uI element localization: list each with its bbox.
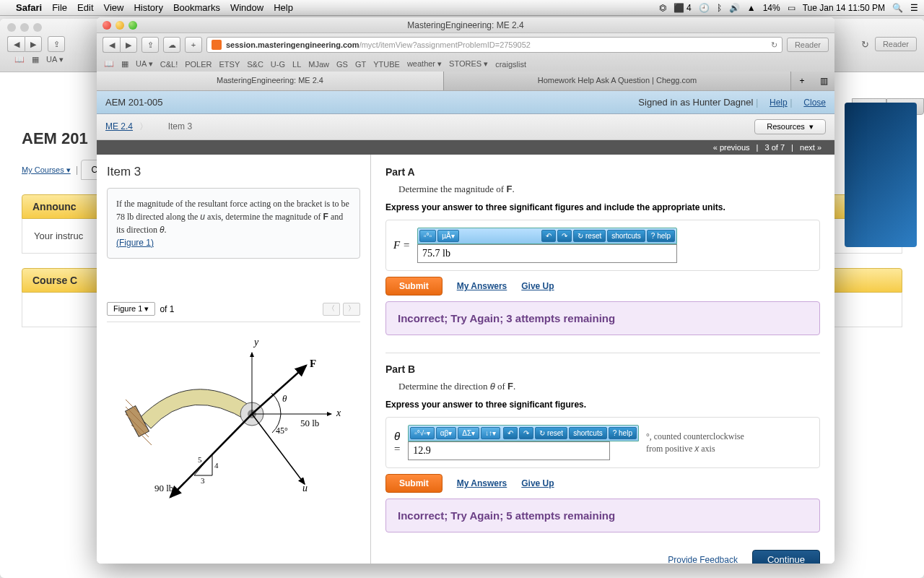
svg-line-9 — [252, 366, 306, 414]
bm-7[interactable]: MJaw — [308, 60, 329, 69]
fig-next-button[interactable]: 〉 — [343, 303, 360, 316]
partb-tb-4[interactable]: ↓↑▾ — [481, 427, 500, 439]
reload-icon[interactable]: ↻ — [771, 40, 777, 50]
window-title: MasteringEngineering: ME 2.4 — [407, 20, 523, 30]
wifi-icon[interactable]: ▲ — [747, 3, 756, 13]
parta-tb-frac[interactable]: ▫°▫ — [419, 230, 436, 242]
menu-list-icon[interactable]: ☰ — [910, 3, 918, 13]
nav-next[interactable]: next » — [800, 143, 821, 152]
parta-tb-reset[interactable]: ↻ reset — [573, 230, 606, 242]
partb-giveup-link[interactable]: Give Up — [521, 478, 554, 488]
icloud-button[interactable]: ☁ — [163, 37, 180, 53]
help-link[interactable]: Help — [770, 98, 788, 108]
tab-1[interactable]: Homework Help Ask A Question | Chegg.com — [444, 72, 791, 90]
menu-edit[interactable]: Edit — [77, 2, 93, 13]
parta-submit-button[interactable]: Submit — [385, 277, 443, 296]
menu-view[interactable]: View — [104, 2, 124, 13]
figure-of: of 1 — [160, 304, 174, 314]
net-icon[interactable]: ⬛ 4 — [674, 3, 692, 13]
fig-prev-button[interactable]: 〈 — [323, 303, 340, 316]
bm-6[interactable]: LL — [292, 60, 301, 69]
back-button[interactable]: ◀ — [103, 37, 120, 53]
continue-button[interactable]: Continue — [752, 550, 820, 564]
bg-reload-icon[interactable]: ↻ — [861, 39, 869, 50]
close-window-button[interactable] — [103, 21, 111, 30]
battery-pct[interactable]: 14% — [763, 3, 780, 13]
close-link[interactable]: Close — [803, 98, 826, 108]
item-navbar: « previous | 3 of 7 | next » — [97, 140, 834, 155]
partb-tb-undo[interactable]: ↶ — [503, 427, 518, 439]
figure-select[interactable]: Figure 1 ▾ — [107, 302, 155, 316]
bm-10[interactable]: YTUBE — [373, 60, 400, 69]
bluetooth-icon[interactable]: ᛒ — [717, 3, 722, 13]
bm-11[interactable]: weather ▾ — [407, 59, 442, 69]
parta-answer-input[interactable]: 75.7 lb — [417, 244, 677, 263]
breadcrumb-link[interactable]: ME 2.4 — [105, 121, 133, 131]
partb-tb-reset[interactable]: ↻ reset — [535, 427, 567, 439]
parta-tb-undo[interactable]: ↶ — [541, 230, 556, 242]
url-field[interactable]: session.masteringengineering.com/myct/it… — [206, 37, 783, 53]
partb-answer-input[interactable]: 12.9 — [408, 441, 610, 460]
battery-icon[interactable]: ▭ — [788, 3, 796, 13]
partb-myanswers-link[interactable]: My Answers — [457, 478, 507, 488]
bg-mycourses-link[interactable]: My Courses ▾ — [22, 165, 71, 174]
menu-app[interactable]: Safari — [16, 2, 42, 13]
bm-8[interactable]: GS — [336, 60, 348, 69]
bm-2[interactable]: POLER — [185, 60, 212, 69]
parta-tb-help[interactable]: ? help — [647, 230, 675, 242]
bg-share-icon[interactable]: ⇪ — [48, 36, 65, 52]
zoom-window-button[interactable] — [128, 21, 137, 30]
menu-date[interactable]: Tue Jan 14 11:50 PM — [803, 3, 885, 13]
partb-tb-1[interactable]: ▫°√▫▾ — [410, 427, 435, 439]
menu-help[interactable]: Help — [274, 2, 293, 13]
reader-button[interactable]: Reader — [787, 38, 829, 52]
bm-0[interactable]: UA ▾ — [136, 59, 153, 69]
bg-reader-button[interactable]: Reader — [875, 37, 917, 51]
menu-bookmarks[interactable]: Bookmarks — [173, 2, 220, 13]
parta-tb-shortcuts[interactable]: shortcuts — [607, 230, 645, 242]
partb-tb-shortcuts[interactable]: shortcuts — [569, 427, 607, 439]
breadcrumb-item: Item 3 — [168, 121, 192, 131]
parta-giveup-link[interactable]: Give Up — [521, 281, 554, 291]
resources-button[interactable]: Resources ▾ — [754, 119, 826, 134]
partb-submit-button[interactable]: Submit — [385, 474, 443, 493]
partb-tb-help[interactable]: ? help — [609, 427, 637, 439]
tab-0[interactable]: MasteringEngineering: ME 2.4 — [97, 72, 444, 90]
book-icon[interactable]: 📖 — [104, 59, 114, 69]
parta-tb-redo[interactable]: ↷ — [557, 230, 572, 242]
bm-1[interactable]: C&L! — [160, 60, 178, 69]
bm-12[interactable]: STORES ▾ — [449, 59, 488, 69]
mac-menubar: Safari File Edit View History Bookmarks … — [0, 0, 924, 16]
menu-window[interactable]: Window — [230, 2, 263, 13]
menu-file[interactable]: File — [52, 2, 67, 13]
forward-button[interactable]: ▶ — [120, 37, 137, 53]
bm-5[interactable]: U-G — [271, 60, 285, 69]
bg-grid-icon[interactable]: ▦ — [32, 55, 39, 64]
parta-tb-units[interactable]: µÅ▾ — [437, 230, 458, 242]
bm-13[interactable]: craigslist — [495, 60, 526, 69]
parta-text: Determine the magnitude of F. — [398, 184, 820, 195]
share-button[interactable]: ⇪ — [141, 37, 159, 53]
partb-tb-3[interactable]: ΔΣ▾ — [458, 427, 479, 439]
bg-book-icon[interactable]: 📖 — [14, 55, 25, 64]
tab-add[interactable]: + — [791, 72, 813, 90]
bg-bookmark-ua[interactable]: UA ▾ — [46, 55, 64, 64]
svg-text:θ: θ — [282, 393, 287, 404]
figure-link[interactable]: (Figure 1) — [116, 238, 154, 248]
volume-icon[interactable]: 🔊 — [729, 3, 740, 13]
partb-tb-redo[interactable]: ↷ — [519, 427, 533, 439]
provide-feedback-link[interactable]: Provide Feedback — [668, 555, 738, 564]
partb-tb-2[interactable]: αβ▾ — [436, 427, 457, 439]
spotlight-icon[interactable]: 🔍 — [892, 3, 903, 13]
bm-3[interactable]: ETSY — [219, 60, 240, 69]
clock-icon[interactable]: 🕘 — [699, 3, 710, 13]
menu-history[interactable]: History — [134, 2, 162, 13]
nav-prev[interactable]: « previous — [713, 143, 750, 152]
minimize-window-button[interactable] — [116, 21, 124, 30]
bm-9[interactable]: GT — [355, 60, 366, 69]
bm-4[interactable]: S&C — [247, 60, 263, 69]
tab-show-all[interactable]: ▥ — [813, 72, 834, 90]
addtab-button[interactable]: + — [185, 37, 202, 53]
topsites-icon[interactable]: ▦ — [121, 59, 128, 69]
parta-myanswers-link[interactable]: My Answers — [457, 281, 507, 291]
